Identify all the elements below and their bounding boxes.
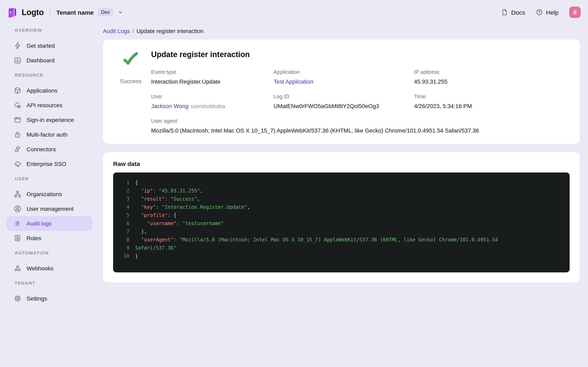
sidebar-item-get-started[interactable]: Get started — [7, 38, 92, 53]
code-line: 8 "userAgent": "Mozilla/5.0 (Macintosh; … — [119, 236, 562, 244]
line-number: 2 — [119, 187, 130, 195]
logto-logo[interactable]: Logto — [7, 7, 44, 18]
app-root: Logto Tenant name Dev Docs — [0, 0, 588, 367]
sidebar-item-label: Applications — [26, 87, 57, 94]
id-badge-icon — [13, 234, 22, 242]
document-icon — [501, 8, 508, 16]
detail-main: Update register interaction Event type I… — [149, 49, 570, 134]
raw-data-title: Raw data — [113, 160, 570, 167]
code-line: 7 }, — [119, 227, 562, 236]
sidebar-item-label: Audit logs — [26, 220, 52, 227]
sidebar-section-title-resource: RESOURCE — [15, 73, 98, 77]
sidebar-item-label: User management — [26, 206, 73, 212]
sidebar-item-enterprise-sso[interactable]: Enterprise SSO — [7, 157, 92, 171]
code-text: Safari/537.36" — [135, 244, 176, 252]
sidebar-section-title-automation: AUTOMATION — [15, 250, 98, 255]
field-ip-address: IP address 45.93.31.255 — [414, 69, 570, 85]
docs-button[interactable]: Docs — [501, 8, 525, 16]
page-title: Update register interaction — [151, 49, 570, 60]
webhook-icon — [13, 264, 22, 272]
code-line: 2 "ip": "45.93.31.255", — [119, 187, 562, 195]
user-id-suffix: useridsddsdsa — [191, 103, 225, 109]
sidebar-item-label: Organizations — [26, 191, 62, 197]
sidebar-item-api-resources[interactable]: API resources — [7, 98, 92, 113]
tenant-selector[interactable]: Tenant name Dev — [56, 8, 124, 16]
help-label: Help — [546, 9, 559, 16]
field-user: User Jackson Wonguseridsddsdsa — [151, 93, 274, 110]
status-column: Success — [113, 49, 149, 134]
code-text: "profile": { — [135, 211, 176, 219]
sidebar-item-organizations[interactable]: Organizations — [7, 187, 92, 201]
topbar-actions: Docs Help й — [501, 7, 581, 18]
code-text: "ip": "45.93.31.255", — [135, 187, 203, 195]
raw-data-code-block: 1{2 "ip": "45.93.31.255",3 "result": "Su… — [113, 173, 570, 272]
chevron-down-icon — [117, 9, 124, 16]
lock-icon — [13, 131, 22, 139]
dashboard-icon — [13, 56, 22, 64]
help-circle-icon — [536, 8, 543, 16]
code-line: 9Safari/537.36" — [119, 244, 562, 252]
sidebar-item-audit-logs[interactable]: Audit logs — [7, 216, 92, 231]
topbar: Logto Tenant name Dev Docs — [0, 0, 588, 25]
sidebar-section-title-user: USER — [15, 176, 98, 181]
sidebar-item-label: Get started — [26, 42, 55, 49]
sidebar: OVERVIEWGet startedDashboardRESOURCEAppl… — [0, 25, 98, 306]
docs-label: Docs — [511, 9, 525, 16]
tenant-name: Tenant name — [56, 9, 94, 16]
env-badge: Dev — [98, 8, 113, 16]
code-text: "key": "Interaction.Register.Update", — [135, 203, 250, 211]
sidebar-item-applications[interactable]: Applications — [7, 83, 92, 98]
sidebar-item-label: API resources — [26, 102, 62, 108]
user-link[interactable]: Jackson Wong — [151, 103, 189, 109]
bolt-icon — [13, 42, 22, 50]
sidebar-item-connectors[interactable]: Connectors — [7, 142, 92, 157]
org-chart-icon — [13, 190, 22, 198]
breadcrumb-current: Update register interaction — [136, 28, 203, 34]
sidebar-item-label: Multi-factor auth — [26, 131, 68, 138]
line-number: 6 — [119, 219, 130, 227]
api-resources-icon — [13, 101, 22, 109]
logo-wordmark: Logto — [22, 8, 44, 17]
sidebar-item-webhooks[interactable]: Webhooks — [7, 261, 92, 276]
field-event-type: Event type Interaction.Register.Update — [151, 69, 274, 85]
sidebar-item-label: Webhooks — [26, 265, 53, 272]
log-detail-card: Success Update register interaction Even… — [103, 40, 580, 144]
cube-icon — [13, 86, 22, 95]
sidebar-item-label: Roles — [26, 235, 41, 242]
sidebar-item-label: Settings — [26, 295, 47, 302]
code-text: "result": "Success", — [135, 195, 200, 203]
sidebar-item-label: Enterprise SSO — [26, 161, 66, 167]
sidebar-item-roles[interactable]: Roles — [7, 231, 92, 245]
sidebar-item-label: Dashboard — [26, 57, 54, 64]
user-avatar[interactable]: й — [569, 7, 581, 18]
gear-icon — [13, 294, 22, 303]
application-link[interactable]: Test Application — [274, 78, 313, 85]
code-line: 10} — [119, 252, 562, 260]
field-user-agent: User agent Mozilla/5.0 (Macintosh; Intel… — [151, 118, 570, 134]
main-content: Audit Logs / Update register interaction… — [98, 25, 588, 283]
code-text: "userAgent": "Mozilla/5.0 (Macintosh; In… — [135, 236, 498, 244]
sidebar-item-dashboard[interactable]: Dashboard — [7, 53, 92, 68]
code-line: 6 "username": "testusername" — [119, 219, 562, 227]
help-button[interactable]: Help — [536, 8, 559, 16]
sidebar-item-user-management[interactable]: User management — [7, 201, 92, 216]
breadcrumb-separator: / — [132, 28, 134, 34]
line-number: 7 — [119, 227, 130, 236]
code-text: }, — [135, 227, 147, 236]
sidebar-section-title-overview: OVERVIEW — [15, 28, 98, 33]
sidebar-item-sign-in-experience[interactable]: Sign-in experience — [7, 113, 92, 127]
line-number: 9 — [119, 244, 130, 252]
breadcrumb: Audit Logs / Update register interaction — [103, 28, 580, 34]
breadcrumb-audit-logs-link[interactable]: Audit Logs — [103, 28, 130, 34]
code-text: { — [135, 179, 138, 187]
field-time: Time 4/26/2023, 5:34:16 PM — [414, 93, 570, 110]
line-number: 10 — [119, 252, 130, 260]
status-label: Success — [120, 78, 141, 84]
code-line: 3 "result": "Success", — [119, 195, 562, 203]
sidebar-item-multi-factor-auth[interactable]: Multi-factor auth — [7, 127, 92, 142]
topbar-divider — [50, 8, 50, 16]
audit-list-icon — [13, 219, 22, 227]
sidebar-item-label: Sign-in experience — [26, 117, 74, 123]
sidebar-item-settings[interactable]: Settings — [7, 291, 92, 306]
line-number: 5 — [119, 211, 130, 219]
